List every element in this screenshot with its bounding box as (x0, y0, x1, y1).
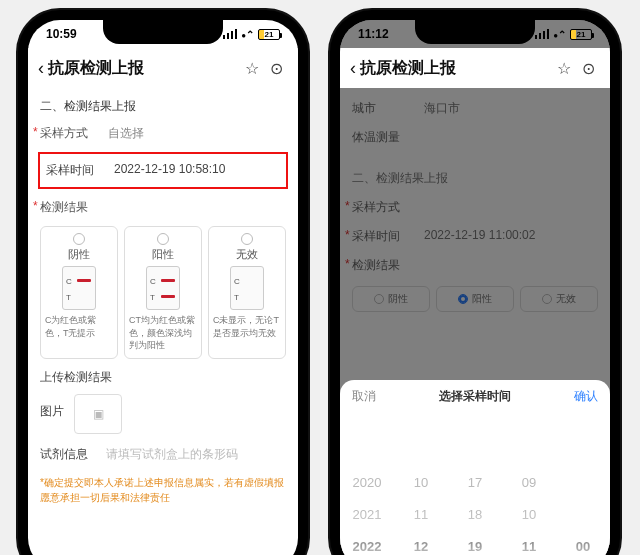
option-negative[interactable]: 阴性 CT C为红色或紫色，T无提示 (40, 226, 118, 359)
option-positive[interactable]: 阳性 CT CT均为红色或紫色，颜色深浅均判为阳性 (124, 226, 202, 359)
option-name: 阳性 (152, 247, 174, 262)
more-icon[interactable]: ⊙ (264, 59, 288, 78)
row-sample-method[interactable]: 采样方式 自选择 (40, 125, 286, 142)
result-label: 检测结果 (40, 199, 90, 216)
nav-bar: ‹ 抗原检测上报 ☆ ⊙ (340, 48, 610, 88)
more-icon[interactable]: ⊙ (576, 59, 600, 78)
notch (415, 20, 535, 44)
wifi-icon: ⌃ (553, 29, 566, 40)
back-icon[interactable]: ‹ (38, 58, 44, 79)
section-2-heading: 二、检测结果上报 (40, 98, 286, 115)
upload-box[interactable]: ▣ (74, 394, 122, 434)
signal-icon (535, 29, 549, 39)
option-desc: C未显示，无论T是否显示均无效 (213, 314, 281, 339)
page-title: 抗原检测上报 (48, 58, 240, 79)
radio-icon (241, 233, 253, 245)
content-left: 二、检测结果上报 采样方式 自选择 采样时间 2022-12-19 10:58:… (28, 88, 298, 555)
row-result: 检测结果 (40, 199, 286, 216)
test-strip-negative: CT (62, 266, 96, 310)
test-strip-positive: CT (146, 266, 180, 310)
upload-label: 上传检测结果 (40, 369, 286, 386)
back-icon[interactable]: ‹ (350, 58, 356, 79)
option-desc: CT均为红色或紫色，颜色深浅均判为阳性 (129, 314, 197, 352)
disclaimer-text: *确定提交即本人承诺上述申报信息属实，若有虚假填报愿意承担一切后果和法律责任 (40, 475, 286, 505)
datetime-picker-sheet: 取消 选择采样时间 确认 202020212022101112171819091… (340, 380, 610, 555)
status-time: 10:59 (46, 27, 77, 41)
screen-left: 10:59 ⌃ 21 ‹ 抗原检测上报 ☆ ⊙ 二、检测结果上报 采样方式 自选… (28, 20, 298, 555)
radio-icon (157, 233, 169, 245)
picker-body[interactable]: 20202021202210111217181909101100 (340, 413, 610, 555)
nav-bar: ‹ 抗原检测上报 ☆ ⊙ (28, 48, 298, 88)
test-strip-invalid: CT (230, 266, 264, 310)
radio-icon (73, 233, 85, 245)
sheet-header: 取消 选择采样时间 确认 (340, 380, 610, 413)
wifi-icon: ⌃ (241, 29, 254, 40)
option-name: 阴性 (68, 247, 90, 262)
screen-right: 11:12 ⌃ 21 ‹ 抗原检测上报 ☆ ⊙ 城市海口市 体温测量 二、检测结… (340, 20, 610, 555)
sample-time-label: 采样时间 (46, 162, 96, 179)
battery-icon: 21 (570, 29, 592, 40)
kit-placeholder: 请填写试剂盒上的条形码 (106, 446, 286, 463)
option-name: 无效 (236, 247, 258, 262)
signal-icon (223, 29, 237, 39)
phone-right: 11:12 ⌃ 21 ‹ 抗原检测上报 ☆ ⊙ 城市海口市 体温测量 二、检测结… (330, 10, 620, 555)
star-icon[interactable]: ☆ (552, 59, 576, 78)
sample-time-value: 2022-12-19 10:58:10 (114, 162, 225, 179)
option-invalid[interactable]: 无效 CT C未显示，无论T是否显示均无效 (208, 226, 286, 359)
row-upload: 上传检测结果 图片 ▣ (40, 369, 286, 434)
camera-icon: ▣ (93, 407, 104, 421)
battery-icon: 21 (258, 29, 280, 40)
result-options: 阴性 CT C为红色或紫色，T无提示 阳性 CT (40, 226, 286, 359)
phone-left: 10:59 ⌃ 21 ‹ 抗原检测上报 ☆ ⊙ 二、检测结果上报 采样方式 自选… (18, 10, 308, 555)
sample-method-label: 采样方式 (40, 125, 90, 142)
page-title: 抗原检测上报 (360, 58, 552, 79)
option-desc: C为红色或紫色，T无提示 (45, 314, 113, 339)
sample-time-highlight[interactable]: 采样时间 2022-12-19 10:58:10 (38, 152, 288, 189)
upload-hint: 图片 (40, 403, 64, 420)
picker-confirm[interactable]: 确认 (574, 388, 598, 405)
star-icon[interactable]: ☆ (240, 59, 264, 78)
notch (103, 20, 223, 44)
sample-method-value: 自选择 (108, 125, 286, 142)
kit-label: 试剂信息 (40, 446, 88, 463)
status-time: 11:12 (358, 27, 389, 41)
picker-title: 选择采样时间 (439, 388, 511, 405)
picker-cancel[interactable]: 取消 (352, 388, 376, 405)
row-kit[interactable]: 试剂信息 请填写试剂盒上的条形码 (40, 446, 286, 463)
